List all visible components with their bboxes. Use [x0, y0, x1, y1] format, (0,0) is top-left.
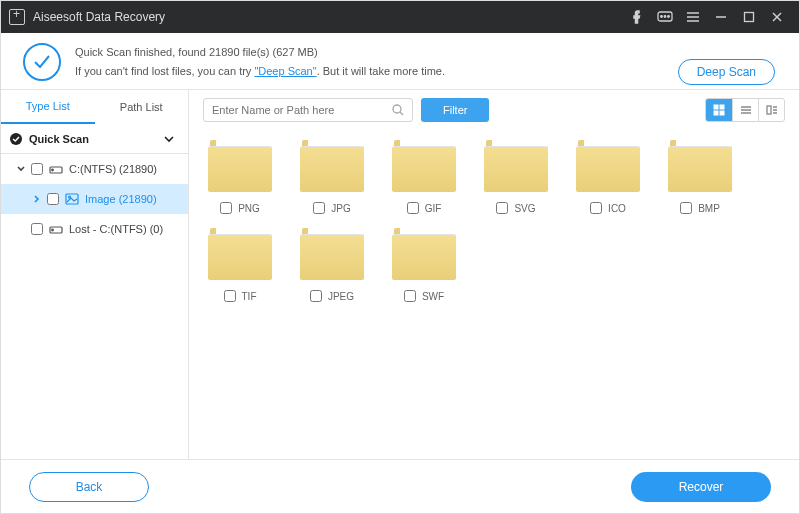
svg-point-15 — [69, 196, 71, 198]
svg-rect-22 — [714, 111, 718, 115]
search-input[interactable] — [212, 104, 392, 116]
view-grid-button[interactable] — [706, 99, 732, 121]
content-toolbar: Filter — [189, 90, 799, 130]
folder-checkbox[interactable] — [310, 290, 322, 302]
folder-item[interactable]: BMP — [661, 136, 739, 214]
recover-button[interactable]: Recover — [631, 472, 771, 502]
svg-rect-23 — [720, 111, 724, 115]
svg-rect-20 — [714, 105, 718, 109]
chevron-right-icon — [31, 195, 43, 203]
folder-item[interactable]: JPEG — [293, 224, 371, 302]
filter-button[interactable]: Filter — [421, 98, 489, 122]
svg-rect-8 — [745, 13, 754, 22]
svg-point-3 — [668, 16, 670, 18]
tree-node-lost-drive[interactable]: Lost - C:(NTFS) (0) — [1, 214, 188, 244]
app-title: Aiseesoft Data Recovery — [33, 10, 165, 24]
folder-label: TIF — [242, 291, 257, 302]
status-size: 627 MB — [276, 46, 314, 58]
tree-node-quick-scan[interactable]: Quick Scan — [1, 124, 188, 154]
tree-node-image[interactable]: Image (21890) — [1, 184, 188, 214]
tree-node-drive-c[interactable]: C:(NTFS) (21890) — [1, 154, 188, 184]
tree-label: C:(NTFS) (21890) — [69, 163, 157, 175]
folder-item[interactable]: ICO — [569, 136, 647, 214]
folder-icon — [574, 136, 642, 196]
svg-line-19 — [400, 112, 403, 115]
tree-label: Quick Scan — [29, 133, 89, 145]
tree-checkbox[interactable] — [47, 193, 59, 205]
folder-item[interactable]: PNG — [201, 136, 279, 214]
svg-rect-21 — [720, 105, 724, 109]
folder-checkbox[interactable] — [407, 202, 419, 214]
close-icon[interactable] — [763, 1, 791, 33]
folder-icon — [390, 224, 458, 284]
folder-label: PNG — [238, 203, 260, 214]
scan-status: Quick Scan finished, found 21890 file(s)… — [1, 33, 799, 89]
status-text: file(s) ( — [240, 46, 277, 58]
svg-point-11 — [10, 133, 22, 145]
feedback-icon[interactable] — [651, 1, 679, 33]
footer: Back Recover — [1, 459, 799, 513]
svg-point-17 — [52, 229, 54, 231]
facebook-icon[interactable] — [623, 1, 651, 33]
status-text: If you can't find lost files, you can tr… — [75, 65, 254, 77]
folder-label: JPEG — [328, 291, 354, 302]
sidebar-tabs: Type List Path List — [1, 90, 188, 124]
minimize-icon[interactable] — [707, 1, 735, 33]
view-list-button[interactable] — [732, 99, 758, 121]
svg-point-18 — [393, 105, 401, 113]
svg-point-13 — [52, 169, 54, 171]
folder-icon — [482, 136, 550, 196]
maximize-icon[interactable] — [735, 1, 763, 33]
status-file-count: 21890 — [209, 46, 240, 58]
folder-item[interactable]: JPG — [293, 136, 371, 214]
drive-icon — [49, 163, 63, 175]
folder-label: BMP — [698, 203, 720, 214]
folder-item[interactable]: SVG — [477, 136, 555, 214]
tree-checkbox[interactable] — [31, 223, 43, 235]
menu-icon[interactable] — [679, 1, 707, 33]
folder-item[interactable]: GIF — [385, 136, 463, 214]
check-circle-icon — [9, 132, 23, 146]
tab-type-list[interactable]: Type List — [1, 90, 95, 124]
folder-checkbox[interactable] — [224, 290, 236, 302]
svg-point-1 — [661, 16, 663, 18]
view-detail-button[interactable] — [758, 99, 784, 121]
back-button[interactable]: Back — [29, 472, 149, 502]
status-message: Quick Scan finished, found 21890 file(s)… — [75, 43, 445, 80]
title-bar: Aiseesoft Data Recovery — [1, 1, 799, 33]
status-text: . But it will take more time. — [317, 65, 445, 77]
folder-item[interactable]: TIF — [201, 224, 279, 302]
folder-icon — [298, 224, 366, 284]
folder-checkbox[interactable] — [313, 202, 325, 214]
view-toggle — [705, 98, 785, 122]
folder-label: SWF — [422, 291, 444, 302]
search-icon — [392, 104, 404, 116]
status-text: Quick Scan finished, found — [75, 46, 209, 58]
content-pane: Filter PNGJPGGIFSVGICOBMPTIFJPEGSWF — [189, 90, 799, 459]
folder-checkbox[interactable] — [496, 202, 508, 214]
folder-label: SVG — [514, 203, 535, 214]
search-box[interactable] — [203, 98, 413, 122]
app-logo-icon — [9, 9, 25, 25]
folder-item[interactable]: SWF — [385, 224, 463, 302]
tab-path-list[interactable]: Path List — [95, 90, 189, 124]
svg-point-2 — [664, 16, 666, 18]
folder-icon — [206, 224, 274, 284]
folder-icon — [666, 136, 734, 196]
folder-label: ICO — [608, 203, 626, 214]
svg-rect-27 — [767, 106, 771, 114]
chevron-down-icon — [15, 165, 27, 173]
main-body: Type List Path List Quick Scan C:(NTFS) … — [1, 89, 799, 459]
tree-label: Image (21890) — [85, 193, 157, 205]
folder-label: JPG — [331, 203, 350, 214]
folder-checkbox[interactable] — [590, 202, 602, 214]
tree-checkbox[interactable] — [31, 163, 43, 175]
deep-scan-link[interactable]: "Deep Scan" — [254, 65, 316, 77]
app-window: Aiseesoft Data Recovery Quick Scan finis… — [0, 0, 800, 514]
folder-checkbox[interactable] — [404, 290, 416, 302]
folder-checkbox[interactable] — [220, 202, 232, 214]
folder-checkbox[interactable] — [680, 202, 692, 214]
sidebar: Type List Path List Quick Scan C:(NTFS) … — [1, 90, 189, 459]
status-text: ) — [314, 46, 318, 58]
deep-scan-button[interactable]: Deep Scan — [678, 59, 775, 85]
